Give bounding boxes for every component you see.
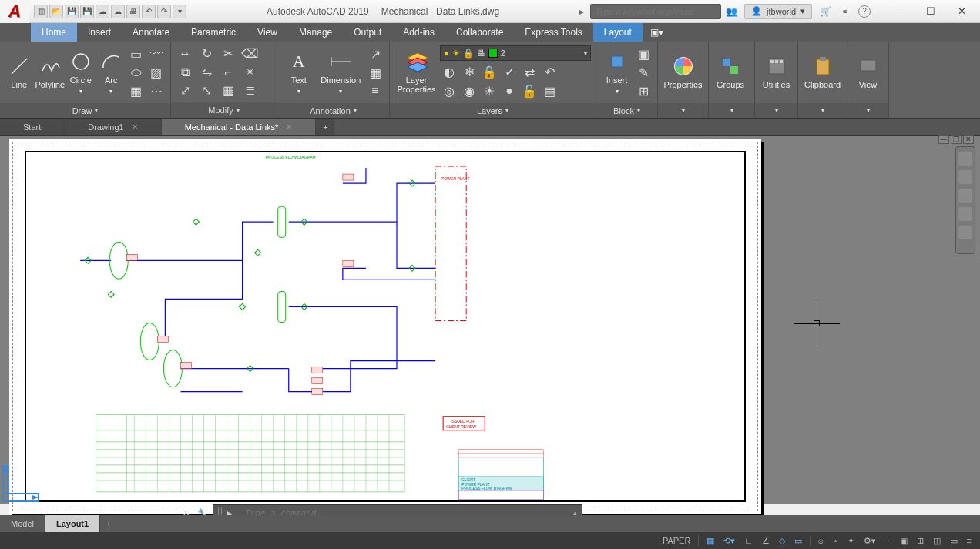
app-store-icon[interactable]: 🛒 <box>818 5 832 18</box>
panel-title-properties[interactable]: ▾ <box>658 103 708 118</box>
help-icon[interactable]: ? <box>858 5 871 18</box>
layer-freeze-icon[interactable]: ❄ <box>460 63 478 80</box>
clipboard-button[interactable]: Clipboard <box>803 45 842 100</box>
copy-tool-icon[interactable]: ⧉ <box>176 64 194 81</box>
osnap-toggle-icon[interactable]: ◇ <box>775 534 789 547</box>
doc-tab-start[interactable]: Start <box>0 119 65 135</box>
qat-cloud-save-icon[interactable]: ☁ <box>111 5 125 18</box>
tab-annotate[interactable]: Annotate <box>122 23 180 42</box>
panel-title-modify[interactable]: Modify ▾ <box>171 102 277 118</box>
explode-tool-icon[interactable]: ✴ <box>240 64 259 81</box>
mirror-tool-icon[interactable]: ⇋ <box>197 64 216 81</box>
layer-on-icon[interactable]: ● <box>500 82 519 99</box>
circle-tool[interactable]: Circle▾ <box>66 45 95 100</box>
tab-layout[interactable]: Layout <box>593 23 643 42</box>
view-button[interactable]: View <box>852 45 884 100</box>
navigation-bar[interactable] <box>955 146 975 254</box>
panel-title-view[interactable]: ▾ <box>847 103 888 118</box>
region-tool-icon[interactable]: ▦ <box>127 82 146 99</box>
layer-unlock-icon[interactable]: 🔓 <box>520 82 539 99</box>
offset-tool-icon[interactable]: ≣ <box>240 82 259 99</box>
stretch-tool-icon[interactable]: ⤢ <box>176 82 194 99</box>
doc-tab-mechanical[interactable]: Mechanical - Data Links*✕ <box>162 119 317 135</box>
tab-parametric[interactable]: Parametric <box>180 23 247 42</box>
leader-tool-icon[interactable]: ↗ <box>366 45 384 62</box>
polar-toggle-icon[interactable]: ∠ <box>758 534 774 547</box>
spline-tool-icon[interactable]: 〰 <box>147 45 166 62</box>
table-tool-icon[interactable]: ▦ <box>366 64 384 81</box>
grid-toggle-icon[interactable]: ▦ <box>703 534 718 547</box>
qat-new-icon[interactable]: ▥ <box>34 5 48 18</box>
annoscale-icon[interactable]: ⍟ <box>814 534 827 547</box>
vp-minimize-icon[interactable]: — <box>938 135 949 144</box>
utilities-button[interactable]: Utilities <box>760 45 793 100</box>
tab-addins[interactable]: Add-ins <box>392 23 445 42</box>
close-button[interactable]: ✕ <box>946 0 977 23</box>
model-tab[interactable]: Model <box>0 515 45 532</box>
layer-unisolate-icon[interactable]: ◉ <box>460 82 478 99</box>
qat-dropdown-icon[interactable]: ▾ <box>173 5 186 18</box>
isolate-objects-icon[interactable]: ◫ <box>929 534 945 547</box>
layer-dropdown[interactable]: ● ☀ 🔓 🖶 2 ▾ <box>440 45 591 61</box>
create-block-icon[interactable]: ▣ <box>634 45 653 62</box>
panel-title-annotation[interactable]: Annotation ▾ <box>277 103 389 118</box>
erase-tool-icon[interactable]: ⌫ <box>240 45 259 62</box>
panel-title-layers[interactable]: Layers ▾ <box>390 103 596 118</box>
tab-insert[interactable]: Insert <box>77 23 122 42</box>
close-icon[interactable]: ✕ <box>132 122 138 131</box>
doc-tab-drawing1[interactable]: Drawing1✕ <box>65 119 161 135</box>
layer-state-icon[interactable]: ▤ <box>540 82 559 99</box>
groups-button[interactable]: Groups <box>713 45 747 100</box>
move-tool-icon[interactable]: ↔ <box>176 45 194 62</box>
showmotion-icon[interactable] <box>958 226 972 239</box>
insert-block-button[interactable]: Insert▾ <box>601 45 633 100</box>
dimension-tool[interactable]: Dimension▾ <box>317 45 364 100</box>
customization-icon[interactable]: ≡ <box>963 534 975 547</box>
rotate-tool-icon[interactable]: ↻ <box>197 45 216 62</box>
search-input[interactable] <box>590 4 721 19</box>
qat-undo-icon[interactable]: ↶ <box>142 5 156 18</box>
line-tool[interactable]: Line <box>5 45 33 100</box>
panel-title-draw[interactable]: Draw ▾ <box>0 103 170 118</box>
layout1-tab[interactable]: Layout1 <box>45 515 100 532</box>
quickproperties-icon[interactable]: ▣ <box>896 534 911 547</box>
new-tab-button[interactable]: + <box>316 119 334 135</box>
tab-output[interactable]: Output <box>343 23 392 42</box>
fillet-tool-icon[interactable]: ⌐ <box>219 64 237 81</box>
panel-title-block[interactable]: Block ▾ <box>596 103 657 118</box>
qat-open-icon[interactable]: 📂 <box>49 5 63 18</box>
panel-title-clipboard[interactable]: ▾ <box>798 103 847 118</box>
space-toggle[interactable]: PAPER <box>659 534 694 547</box>
lock-ui-icon[interactable]: + <box>881 534 894 547</box>
panel-title-utilities[interactable]: ▾ <box>755 103 797 118</box>
layer-previous-icon[interactable]: ↶ <box>540 63 559 80</box>
paper-space-sheet[interactable]: PROCESS FLOW DIAGRAM POWER PLANT <box>9 139 761 514</box>
otrack-toggle-icon[interactable]: ▭ <box>790 534 806 547</box>
tab-home[interactable]: Home <box>31 23 77 42</box>
panel-title-groups[interactable]: ▾ <box>709 103 754 118</box>
array-tool-icon[interactable]: ▦ <box>219 82 237 99</box>
tab-view[interactable]: View <box>247 23 288 42</box>
zoom-extents-icon[interactable] <box>958 189 972 203</box>
scale-tool-icon[interactable]: ⤡ <box>197 82 216 99</box>
edit-block-icon[interactable]: ✎ <box>634 64 653 81</box>
layer-thaw-icon[interactable]: ☀ <box>480 82 498 99</box>
layer-match-icon[interactable]: ⇄ <box>520 63 539 80</box>
minimize-button[interactable]: — <box>884 0 915 23</box>
close-icon[interactable]: ✕ <box>286 122 292 131</box>
ellipse-tool-icon[interactable]: ⬭ <box>127 64 146 81</box>
ortho-toggle-icon[interactable]: ∟ <box>740 534 757 547</box>
properties-button[interactable]: Properties <box>663 45 703 100</box>
add-layout-button[interactable]: + <box>100 515 117 532</box>
layer-lock-icon[interactable]: 🔒 <box>480 63 498 80</box>
hardware-accel-icon[interactable]: ⊞ <box>913 534 928 547</box>
workspace-icon[interactable]: ⚙▾ <box>860 534 880 547</box>
annotation-monitor-icon[interactable]: ✦ <box>844 534 858 547</box>
qat-redo-icon[interactable]: ↷ <box>157 5 171 18</box>
app-menu-button[interactable]: A <box>0 0 29 23</box>
point-tool-icon[interactable]: ⋯ <box>147 82 166 99</box>
hatch-tool-icon[interactable]: ▨ <box>147 64 166 81</box>
maximize-button[interactable]: ☐ <box>915 0 946 23</box>
layout-viewport[interactable]: PROCESS FLOW DIAGRAM POWER PLANT <box>25 151 746 502</box>
block-attr-icon[interactable]: ⊞ <box>634 82 653 99</box>
